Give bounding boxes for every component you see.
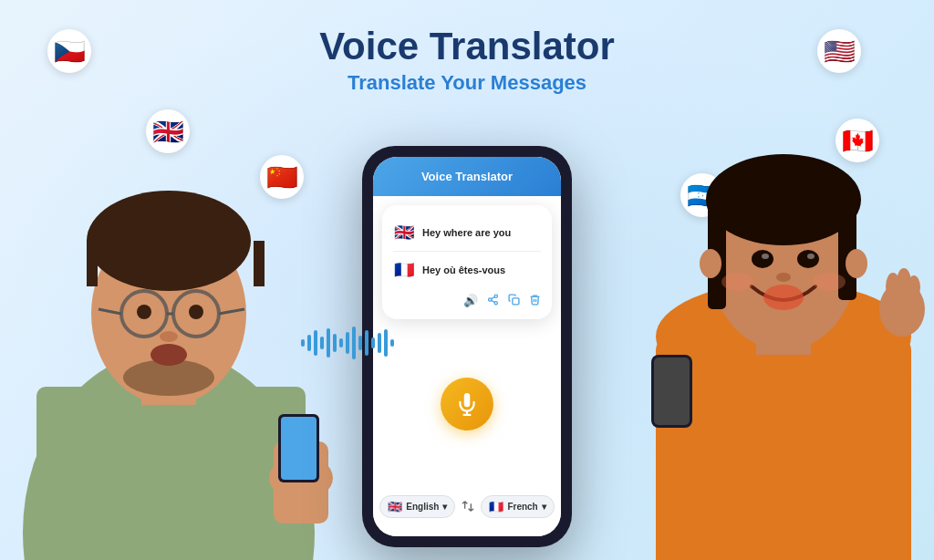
- svg-point-42: [908, 275, 920, 299]
- svg-rect-5: [87, 241, 98, 286]
- language-selector-row: 🇬🇧 English ▾ 🇫🇷 French ▾: [380, 488, 554, 527]
- target-translation-row: 🇫🇷 Hey où êtes-vous: [393, 252, 541, 288]
- translation-card: 🇬🇧 Hey where are you 🇫🇷 Hey où êtes-vous…: [382, 205, 552, 319]
- svg-point-33: [807, 254, 815, 259]
- source-lang-flag: 🇬🇧: [388, 500, 402, 513]
- svg-point-45: [494, 295, 497, 297]
- svg-point-14: [189, 305, 203, 319]
- svg-point-35: [776, 273, 791, 282]
- svg-point-4: [87, 191, 251, 291]
- svg-point-16: [160, 331, 178, 342]
- svg-point-47: [494, 302, 497, 305]
- svg-point-30: [752, 250, 773, 268]
- svg-line-49: [492, 297, 495, 299]
- sound-wave: [301, 327, 394, 359]
- flag-usa: 🇺🇸: [817, 29, 861, 73]
- svg-rect-44: [654, 358, 690, 425]
- svg-point-32: [762, 254, 769, 259]
- target-language-selector[interactable]: 🇫🇷 French ▾: [481, 495, 554, 518]
- source-lang-name: English: [406, 502, 439, 512]
- svg-point-15: [150, 344, 187, 366]
- flag-czech: 🇨🇿: [47, 29, 91, 73]
- svg-point-25: [706, 154, 861, 245]
- app-title: Voice Translator: [319, 26, 615, 67]
- svg-point-28: [700, 249, 721, 278]
- svg-point-38: [852, 337, 907, 373]
- svg-point-34: [763, 285, 804, 310]
- mic-button[interactable]: [441, 378, 493, 430]
- svg-rect-1: [36, 387, 306, 560]
- header: Voice Translator Translate Your Messages: [319, 26, 615, 95]
- phone-body: 🇬🇧 Hey where are you 🇫🇷 Hey où êtes-vous…: [373, 196, 561, 536]
- source-text: Hey where are you: [422, 227, 511, 238]
- volume-icon[interactable]: 🔊: [463, 294, 478, 308]
- app-subtitle: Translate Your Messages: [319, 71, 615, 95]
- person-right: [633, 81, 934, 560]
- mic-area: [380, 327, 554, 481]
- svg-line-48: [492, 300, 495, 302]
- delete-icon[interactable]: [529, 294, 541, 308]
- target-lang-name: French: [507, 502, 537, 512]
- svg-point-36: [721, 273, 754, 291]
- action-icons-row: 🔊: [393, 288, 541, 310]
- svg-point-13: [137, 305, 151, 319]
- phone-screen: Voice Translator 🇬🇧 Hey where are you 🇫🇷…: [373, 157, 561, 536]
- source-translation-row: 🇬🇧 Hey where are you: [393, 214, 541, 252]
- phone-header: Voice Translator: [373, 157, 561, 196]
- svg-point-46: [489, 298, 492, 301]
- source-lang-dropdown-icon: ▾: [442, 502, 447, 512]
- svg-rect-20: [281, 417, 317, 480]
- svg-point-37: [813, 273, 846, 291]
- copy-icon[interactable]: [508, 294, 520, 308]
- svg-rect-50: [513, 298, 519, 305]
- target-lang-dropdown-icon: ▾: [542, 502, 546, 512]
- svg-rect-6: [254, 241, 265, 286]
- target-flag: 🇫🇷: [393, 259, 415, 281]
- share-icon[interactable]: [487, 294, 499, 308]
- svg-point-31: [797, 250, 819, 268]
- target-text: Hey où êtes-vous: [422, 264, 505, 275]
- language-swap-button[interactable]: [461, 499, 475, 515]
- svg-point-29: [846, 249, 867, 278]
- target-lang-flag: 🇫🇷: [489, 500, 503, 513]
- source-language-selector[interactable]: 🇬🇧 English ▾: [379, 495, 455, 518]
- source-flag: 🇬🇧: [393, 222, 415, 244]
